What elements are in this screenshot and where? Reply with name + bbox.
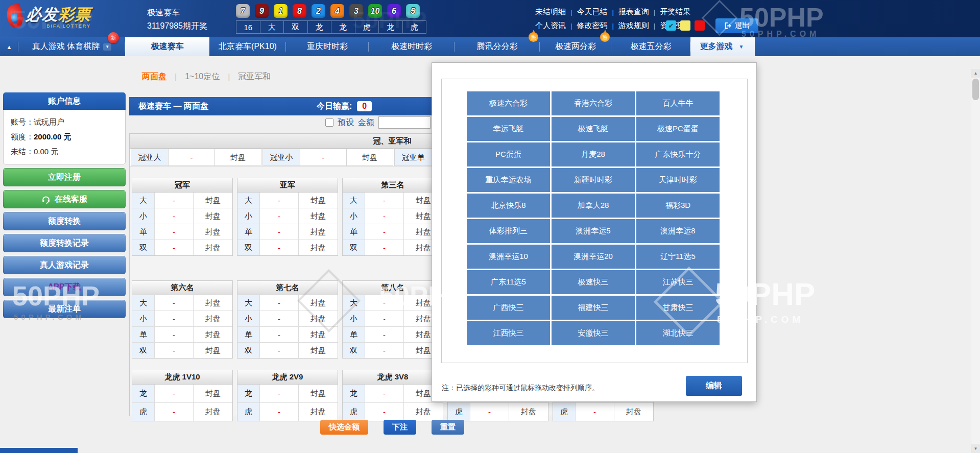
game-select-button[interactable]: 极速飞艇 — [552, 117, 635, 141]
game-select-button[interactable]: 百人牛牛 — [636, 91, 720, 115]
bet-option[interactable]: 龙 — [132, 385, 155, 402]
bet-option[interactable]: 单 — [132, 327, 155, 342]
game-select-button[interactable]: 极速快三 — [552, 270, 635, 294]
page-scrollbar[interactable]: ▲ ▼ — [971, 69, 980, 453]
site-logo[interactable]: 必发彩票 BIFA LOTTERY — [7, 4, 91, 29]
nav-tab[interactable]: 极速赛车 — [125, 37, 209, 56]
bet-option[interactable]: 大 — [132, 193, 155, 208]
nav-tab[interactable]: 北京赛车(PK10) — [209, 37, 286, 56]
bet-odds[interactable]: - — [260, 343, 299, 358]
bet-odds[interactable]: - — [470, 403, 509, 421]
bet-odds[interactable]: - — [260, 403, 299, 421]
bet-odds[interactable]: - — [155, 208, 194, 224]
bet-odds[interactable]: - — [365, 385, 404, 402]
game-select-button[interactable]: 新疆时时彩 — [552, 168, 635, 192]
bet-option[interactable]: 大 — [132, 295, 155, 311]
game-select-button[interactable]: 安徽快三 — [552, 321, 635, 345]
sidebar-button[interactable]: 额度转换 — [3, 212, 126, 230]
game-select-button[interactable]: 甘肃快三 — [636, 296, 720, 320]
sidebar-button[interactable]: 真人游戏记录 — [3, 256, 126, 274]
game-select-button[interactable]: 极速PC蛋蛋 — [636, 117, 720, 141]
theme-color-swatch[interactable]: ✔ — [666, 20, 676, 31]
bet-odds[interactable]: - — [155, 295, 194, 311]
bet-odds[interactable]: - — [365, 208, 404, 224]
bet-option[interactable]: 大 — [343, 193, 365, 208]
bet-odds[interactable]: - — [155, 403, 194, 421]
topbar-menu-item[interactable]: 开奖结果 — [660, 7, 690, 17]
bet-odds[interactable]: - — [260, 193, 299, 208]
game-select-button[interactable]: 湖北快三 — [636, 321, 720, 345]
game-select-button[interactable]: 天津时时彩 — [636, 168, 720, 192]
game-select-button[interactable]: 重庆幸运农场 — [467, 168, 550, 192]
nav-tab[interactable]: 腾讯分分彩热 — [455, 37, 540, 56]
sidebar-button[interactable]: 额度转换记录 — [3, 234, 126, 252]
bet-odds[interactable]: - — [365, 295, 404, 311]
preset-amount-input[interactable] — [378, 116, 431, 129]
scroll-up-icon[interactable]: ▲ — [971, 69, 980, 78]
bet-option[interactable]: 大 — [237, 295, 260, 311]
game-select-button[interactable]: 江西快三 — [467, 321, 550, 345]
game-select-button[interactable]: 澳洲幸运20 — [552, 245, 635, 269]
bet-option[interactable]: 冠亚大 — [131, 149, 169, 166]
bet-option[interactable]: 小 — [132, 208, 155, 224]
game-select-button[interactable]: 极速六合彩 — [467, 91, 550, 115]
nav-tab[interactable]: 重庆时时彩 — [286, 37, 369, 56]
bet-odds[interactable]: - — [155, 327, 194, 342]
sidebar-button[interactable]: 最新注单 — [3, 300, 126, 318]
bet-option[interactable]: 双 — [343, 343, 365, 358]
subnav-item[interactable]: 两面盘 — [142, 71, 166, 82]
bet-odds[interactable]: - — [260, 295, 299, 311]
reset-button[interactable]: 重置 — [432, 420, 464, 435]
scrollbar-thumb[interactable] — [972, 79, 979, 100]
bet-odds[interactable]: - — [365, 240, 404, 255]
scroll-down-icon[interactable]: ▼ — [971, 444, 980, 453]
bet-option[interactable]: 大 — [237, 193, 260, 208]
theme-color-swatch[interactable] — [695, 20, 705, 31]
bet-option[interactable]: 双 — [132, 343, 155, 358]
bet-odds[interactable]: - — [155, 343, 194, 358]
bet-option[interactable]: 双 — [343, 240, 365, 255]
bet-odds[interactable]: - — [365, 224, 404, 240]
game-select-button[interactable]: 辽宁11选5 — [636, 245, 720, 269]
bet-odds[interactable]: - — [260, 327, 299, 342]
logout-button[interactable]: 退出 — [715, 18, 758, 33]
game-select-button[interactable]: 福彩3D — [636, 194, 720, 218]
bet-odds[interactable]: - — [260, 224, 299, 240]
bet-option[interactable]: 虎 — [343, 403, 365, 421]
topbar-menu-item[interactable]: 修改密码 — [577, 21, 607, 31]
bet-option[interactable]: 冠亚小 — [262, 149, 300, 166]
bet-odds[interactable]: - — [260, 208, 299, 224]
topbar-menu-item[interactable]: 报表查询 — [618, 7, 649, 17]
game-select-button[interactable]: 福建快三 — [552, 296, 635, 320]
bet-odds[interactable]: - — [365, 311, 404, 326]
bet-option[interactable]: 大 — [343, 295, 365, 311]
topbar-menu-item[interactable]: 游戏规则 — [618, 21, 649, 31]
bet-option[interactable]: 虎 — [237, 403, 260, 421]
bet-odds[interactable]: - — [576, 403, 614, 421]
edit-button[interactable]: 编辑 — [686, 376, 742, 396]
topbar-menu-item[interactable]: 个人资讯 — [535, 21, 566, 31]
game-select-button[interactable]: 澳洲幸运8 — [636, 219, 720, 243]
game-select-button[interactable]: 香港六合彩 — [552, 91, 635, 115]
game-select-button[interactable]: 澳洲幸运10 — [467, 245, 550, 269]
bet-odds[interactable]: - — [155, 311, 194, 326]
bet-option[interactable]: 小 — [343, 208, 365, 224]
bet-odds[interactable]: - — [155, 240, 194, 255]
bet-option[interactable]: 小 — [237, 311, 260, 326]
bet-option[interactable]: 虎 — [448, 403, 470, 421]
subnav-item[interactable]: 1~10定位 — [185, 71, 220, 82]
nav-collapse-button[interactable]: ▲ — [0, 37, 18, 56]
game-select-button[interactable]: 丹麦28 — [552, 142, 635, 166]
bet-odds[interactable]: - — [155, 224, 194, 240]
bet-option[interactable]: 龙 — [343, 385, 365, 402]
game-select-button[interactable]: 广东快乐十分 — [636, 142, 720, 166]
bet-option[interactable]: 龙 — [237, 385, 260, 402]
game-select-button[interactable]: 加拿大28 — [552, 194, 635, 218]
bet-option[interactable]: 双 — [237, 240, 260, 255]
bet-option[interactable]: 双 — [132, 240, 155, 255]
bet-odds[interactable]: - — [155, 385, 194, 402]
game-select-button[interactable]: 体彩排列三 — [467, 219, 550, 243]
bet-option[interactable]: 双 — [237, 343, 260, 358]
bet-option[interactable]: 单 — [343, 327, 365, 342]
bet-option[interactable]: 小 — [132, 311, 155, 326]
